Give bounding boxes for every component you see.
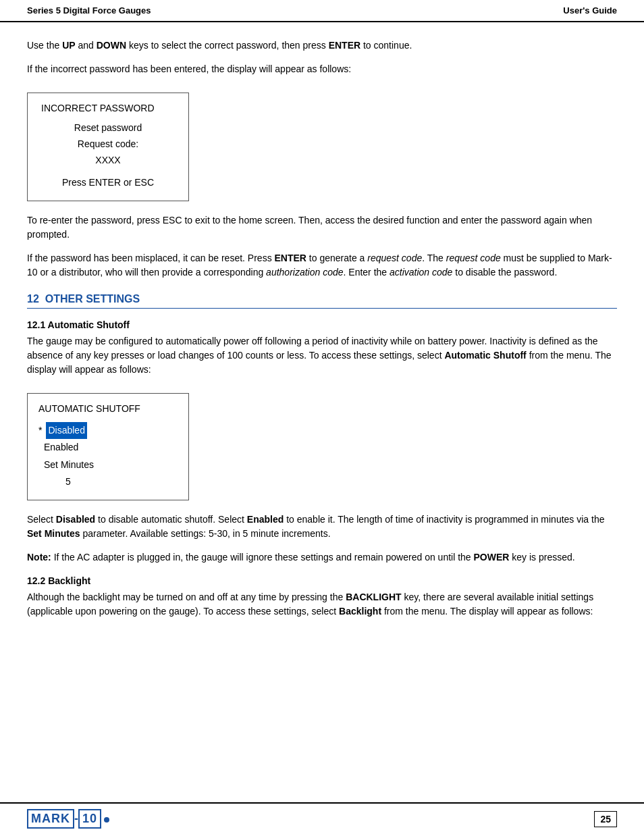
shutoff-item-disabled-row: * Disabled	[38, 422, 175, 439]
automatic-shutoff-box: AUTOMATIC SHUTOFF * Disabled Enabled Set…	[27, 393, 189, 500]
page-wrapper: Series 5 Digital Force Gauges User's Gui…	[0, 0, 644, 834]
shutoff-box-title: AUTOMATIC SHUTOFF	[38, 403, 175, 414]
para-misplaced: If the password has been misplaced, it c…	[27, 251, 617, 280]
request-code-line: Request code:	[41, 136, 175, 153]
page-header: Series 5 Digital Force Gauges User's Gui…	[0, 0, 644, 22]
subsection-12-2-heading: 12.2 Backlight	[27, 575, 617, 586]
mark10-logo: M A R K - 1 0	[27, 809, 109, 829]
para-12-1-desc: Select Disabled to disable automatic shu…	[27, 513, 617, 541]
para-reenter: To re-enter the password, press ESC to e…	[27, 213, 617, 242]
incorrect-password-title: INCORRECT PASSWORD	[41, 103, 175, 113]
header-right: User's Guide	[563, 5, 617, 16]
section-12-number: 12	[27, 293, 45, 305]
logo-box-2: 1 0	[78, 809, 101, 829]
press-enter-esc-line: Press ENTER or ESC	[41, 175, 175, 191]
para-12-2-intro: Although the backlight may be turned on …	[27, 590, 617, 619]
logo-m: M	[31, 812, 42, 826]
shutoff-star: *	[38, 422, 42, 439]
para-12-1-note: Note: If the AC adapter is plugged in, t…	[27, 550, 617, 565]
subsection-12-1-heading: 12.1 Automatic Shutoff	[27, 319, 617, 330]
incorrect-password-content: Reset password Request code: XXXX Press …	[41, 120, 175, 191]
shutoff-item-enabled: Enabled	[44, 439, 175, 456]
header-left: Series 5 Digital Force Gauges	[27, 5, 151, 16]
logo-r: R	[51, 812, 61, 826]
para-12-1-intro: The gauge may be configured to automatic…	[27, 334, 617, 377]
reset-password-line: Reset password	[41, 120, 175, 136]
incorrect-password-box: INCORRECT PASSWORD Reset password Reques…	[27, 93, 189, 201]
para-incorrect-intro: If the incorrect password has been enter…	[27, 62, 617, 76]
shutoff-item-set-minutes: Set Minutes	[44, 457, 175, 473]
shutoff-item-disabled: Disabled	[46, 422, 86, 439]
page-content: Use the UP and DOWN keys to select the c…	[0, 22, 644, 802]
para-up-down: Use the UP and DOWN keys to select the c…	[27, 38, 617, 53]
logo-box: M A R K	[27, 809, 74, 829]
section-12-title: OTHER SETTINGS	[45, 293, 140, 305]
para2-text: If the incorrect password has been enter…	[27, 63, 351, 74]
xxxx-line: XXXX	[41, 153, 175, 169]
logo-k: K	[61, 812, 70, 826]
section-12-heading: 12 OTHER SETTINGS	[27, 293, 617, 309]
logo-dot	[104, 817, 109, 823]
page-number: 25	[594, 811, 617, 827]
page-footer: M A R K - 1 0 25	[0, 802, 644, 834]
logo-a: A	[42, 812, 51, 826]
shutoff-minutes-value: 5	[65, 473, 175, 490]
logo-1: 1	[82, 812, 90, 826]
logo-0: 0	[90, 812, 97, 826]
